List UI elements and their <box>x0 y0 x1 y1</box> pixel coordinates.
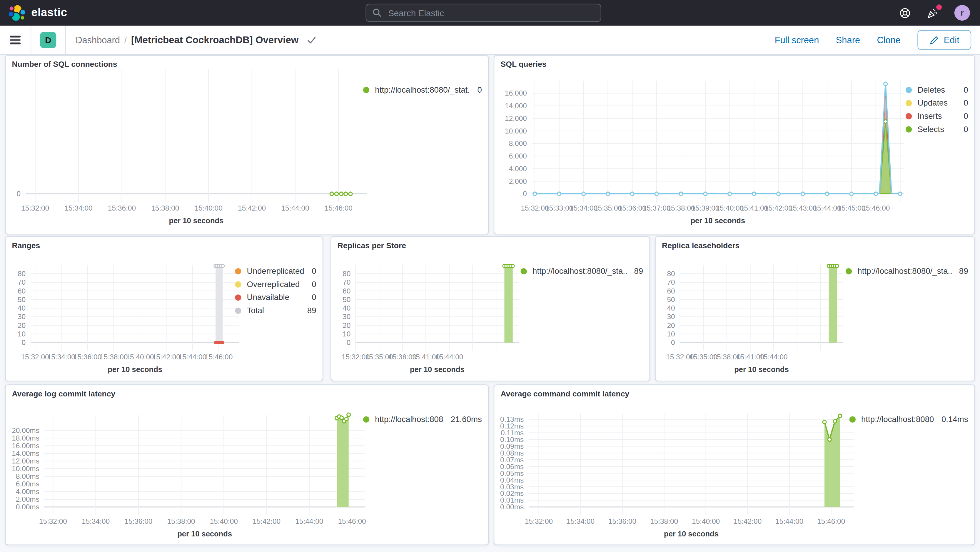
page-title: [Metricbeat CockroachDB] Overview <box>131 34 298 46</box>
svg-text:15:36:00: 15:36:00 <box>608 517 636 525</box>
svg-text:15:32:00: 15:32:00 <box>21 353 49 361</box>
legend-value: 0.14ms <box>934 414 968 424</box>
legend-item[interactable]: Inserts0 <box>905 110 968 122</box>
chart-canvas: 0102030405060708015:32:0015:35:0015:38:0… <box>331 237 650 382</box>
svg-text:15:35:00: 15:35:00 <box>594 204 622 212</box>
svg-text:60: 60 <box>342 287 350 295</box>
svg-text:0: 0 <box>671 339 675 347</box>
title-caret-icon[interactable] <box>307 35 316 45</box>
svg-text:10: 10 <box>667 330 675 338</box>
chart-legend: http://localhost:8080...0.14ms <box>850 413 968 426</box>
divider <box>65 25 65 54</box>
help-icon[interactable] <box>899 7 911 18</box>
svg-text:per 10 seconds: per 10 seconds <box>169 216 224 225</box>
header-actions: r <box>899 5 973 21</box>
panel-title: Average command commit latency <box>501 390 974 398</box>
svg-text:80: 80 <box>667 270 675 278</box>
svg-text:per 10 seconds: per 10 seconds <box>108 365 162 374</box>
legend-label: Unavailable <box>247 293 290 302</box>
svg-text:15:38:00: 15:38:00 <box>100 353 127 361</box>
legend-item[interactable]: http://localhost:8080/_sta...89 <box>521 264 643 278</box>
legend-value: 0 <box>304 279 317 289</box>
legend-label: Overreplicated <box>247 279 300 289</box>
search-bar[interactable] <box>366 4 601 22</box>
legend-item[interactable]: Updates0 <box>905 96 968 110</box>
legend-value: 0 <box>956 98 968 108</box>
panel-title: Replicas per Store <box>337 241 649 250</box>
svg-text:14.00ms: 14.00ms <box>12 449 40 457</box>
svg-text:18.00ms: 18.00ms <box>12 434 40 442</box>
user-avatar[interactable]: r <box>955 5 970 21</box>
panel-ranges: 0102030405060708015:32:0015:34:0015:36:0… <box>5 236 323 381</box>
svg-text:30: 30 <box>667 313 675 321</box>
legend-label: http://localhost:8080... <box>861 414 934 424</box>
legend-item[interactable]: http://localhost:8080/_stat...0 <box>363 83 482 97</box>
panel-number-of-sql-connections: 015:32:0015:34:0015:36:0015:38:0015:40:0… <box>5 55 489 234</box>
legend-item[interactable]: Total89 <box>235 304 316 317</box>
svg-text:10,000: 10,000 <box>505 127 527 135</box>
svg-text:6.00ms: 6.00ms <box>16 480 40 488</box>
full-screen-button[interactable]: Full screen <box>775 35 819 45</box>
svg-text:15:38:00: 15:38:00 <box>151 204 179 212</box>
legend-label: Updates <box>917 98 948 108</box>
legend-item[interactable]: http://localhost:808...21.60ms <box>363 413 482 426</box>
dashboard-app-badge[interactable]: D <box>40 32 56 48</box>
breadcrumb-dashboard[interactable]: Dashboard <box>76 35 120 45</box>
legend-dot-icon <box>850 416 856 422</box>
clone-button[interactable]: Clone <box>877 35 900 45</box>
legend-item[interactable]: Underreplicated0 <box>235 264 316 278</box>
legend-dot-icon <box>846 268 852 274</box>
svg-text:15:42:00: 15:42:00 <box>764 204 792 212</box>
svg-text:70: 70 <box>342 278 350 286</box>
menu-icon[interactable] <box>9 33 22 47</box>
share-button[interactable]: Share <box>836 35 860 45</box>
legend-value: 89 <box>951 266 968 276</box>
svg-text:15:42:00: 15:42:00 <box>733 517 762 525</box>
svg-text:15:40:00: 15:40:00 <box>195 204 223 212</box>
legend-label: Total <box>247 305 264 315</box>
chart-legend: http://localhost:8080/_stat...0 <box>363 83 482 97</box>
legend-item[interactable]: Selects0 <box>905 122 968 136</box>
chart-legend: Deletes0Updates0Inserts0Selects0 <box>905 83 968 136</box>
legend-label: http://localhost:808... <box>375 414 443 424</box>
svg-text:0: 0 <box>347 339 351 347</box>
legend-item[interactable]: http://localhost:8080...0.14ms <box>850 413 968 426</box>
legend-value: 0 <box>470 85 482 94</box>
svg-text:50: 50 <box>342 296 350 304</box>
svg-text:80: 80 <box>18 270 25 278</box>
svg-text:10: 10 <box>342 330 350 338</box>
svg-text:15:44:00: 15:44:00 <box>760 353 788 361</box>
chart-legend: http://localhost:808...21.60ms <box>363 413 482 426</box>
svg-text:15:34:00: 15:34:00 <box>570 204 597 212</box>
legend-label: Deletes <box>917 85 945 94</box>
legend-label: http://localhost:8080/_sta... <box>858 266 951 276</box>
search-input[interactable] <box>387 7 595 18</box>
edit-button[interactable]: Edit <box>917 30 971 50</box>
svg-text:15:34:00: 15:34:00 <box>47 353 75 361</box>
svg-text:per 10 seconds: per 10 seconds <box>734 365 789 374</box>
elastic-home-link[interactable]: elastic <box>8 3 67 22</box>
svg-text:15:32:00: 15:32:00 <box>21 204 49 212</box>
svg-text:20.00ms: 20.00ms <box>12 426 40 434</box>
legend-item[interactable]: Deletes0 <box>905 83 968 97</box>
legend-dot-icon <box>905 113 912 119</box>
svg-text:15:46:00: 15:46:00 <box>325 204 353 212</box>
svg-text:50: 50 <box>667 296 675 304</box>
svg-text:15:44:00: 15:44:00 <box>178 353 207 361</box>
legend-item[interactable]: Overreplicated0 <box>235 278 316 291</box>
legend-value: 0 <box>304 293 317 302</box>
legend-dot-icon <box>363 86 369 93</box>
panel-replica-leaseholders: 0102030405060708015:32:0015:35:0015:38:0… <box>655 236 975 381</box>
legend-label: Inserts <box>917 111 942 121</box>
svg-text:40: 40 <box>18 304 25 312</box>
svg-text:15:46:00: 15:46:00 <box>862 204 890 212</box>
legend-dot-icon <box>235 294 241 300</box>
svg-text:15:38:00: 15:38:00 <box>667 204 695 212</box>
svg-text:16.00ms: 16.00ms <box>12 442 40 450</box>
newsfeed-icon[interactable] <box>927 7 938 18</box>
legend-item[interactable]: http://localhost:8080/_sta...89 <box>846 264 968 278</box>
legend-item[interactable]: Unavailable0 <box>235 291 316 304</box>
svg-text:30: 30 <box>342 313 350 321</box>
legend-value: 0 <box>304 266 317 276</box>
notification-dot <box>936 4 942 10</box>
